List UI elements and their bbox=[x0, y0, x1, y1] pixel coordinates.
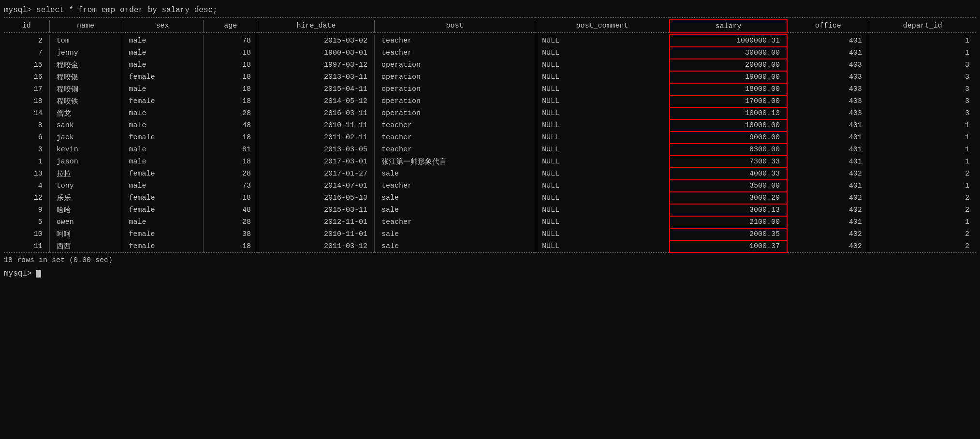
cell-id: 3 bbox=[4, 144, 49, 156]
table-row: 2tommale782015-03-02teacherNULL1000000.3… bbox=[4, 35, 976, 47]
cell-depart_id: 3 bbox=[869, 59, 976, 71]
cell-sex: male bbox=[122, 144, 203, 156]
cell-age: 28 bbox=[203, 107, 258, 119]
table-row: 17程咬铜male182015-04-11operationNULL18000.… bbox=[4, 83, 976, 95]
cell-sex: female bbox=[122, 132, 203, 144]
cell-post: teacher bbox=[375, 119, 535, 132]
cell-hire_date: 1900-03-01 bbox=[258, 47, 375, 59]
cell-sex: male bbox=[122, 180, 203, 192]
cell-post_comment: NULL bbox=[535, 59, 670, 71]
cell-name: 哈哈 bbox=[49, 204, 122, 216]
cell-name: 程咬铜 bbox=[49, 83, 122, 95]
cell-depart_id: 3 bbox=[869, 83, 976, 95]
cell-sex: female bbox=[122, 168, 203, 180]
cell-salary: 10000.13 bbox=[670, 107, 787, 119]
cell-hire_date: 2016-05-13 bbox=[258, 192, 375, 204]
cell-salary: 8300.00 bbox=[670, 144, 787, 156]
cell-sex: female bbox=[122, 228, 203, 240]
cell-hire_date: 2014-07-01 bbox=[258, 180, 375, 192]
cell-age: 28 bbox=[203, 216, 258, 228]
cell-salary: 3000.29 bbox=[670, 192, 787, 204]
table-row: 1jasonmale182017-03-01张江第一帅形象代言NULL7300.… bbox=[4, 156, 976, 168]
results-table-wrapper: idnamesexagehire_datepostpost_commentsal… bbox=[4, 17, 976, 254]
cell-depart_id: 2 bbox=[869, 228, 976, 240]
cell-salary: 18000.00 bbox=[670, 83, 787, 95]
cell-name: tony bbox=[49, 180, 122, 192]
cell-post: operation bbox=[375, 107, 535, 119]
cell-depart_id: 3 bbox=[869, 95, 976, 107]
cell-sex: male bbox=[122, 107, 203, 119]
cell-name: jenny bbox=[49, 47, 122, 59]
table-row: 18程咬铁female182014-05-12operationNULL1700… bbox=[4, 95, 976, 107]
cell-office: 401 bbox=[787, 119, 869, 132]
cell-post_comment: NULL bbox=[535, 192, 670, 204]
cell-office: 401 bbox=[787, 180, 869, 192]
cell-id: 16 bbox=[4, 71, 49, 83]
cell-sex: female bbox=[122, 192, 203, 204]
col-header-age: age bbox=[203, 20, 258, 33]
table-row: 14僧龙male282016-03-11operationNULL10000.1… bbox=[4, 107, 976, 119]
cell-depart_id: 1 bbox=[869, 132, 976, 144]
cell-hire_date: 2011-02-11 bbox=[258, 132, 375, 144]
cursor bbox=[36, 270, 41, 278]
cell-post: operation bbox=[375, 95, 535, 107]
table-row: 13拉拉female282017-01-27saleNULL4000.33402… bbox=[4, 168, 976, 180]
cell-post_comment: NULL bbox=[535, 228, 670, 240]
cell-sex: female bbox=[122, 71, 203, 83]
cell-post: teacher bbox=[375, 144, 535, 156]
cell-post: sale bbox=[375, 204, 535, 216]
cell-name: 僧龙 bbox=[49, 107, 122, 119]
bot-divider-cell bbox=[375, 252, 535, 254]
cell-salary: 30000.00 bbox=[670, 47, 787, 59]
cell-post: sale bbox=[375, 240, 535, 253]
table-row: 7jennymale181900-03-01teacherNULL30000.0… bbox=[4, 47, 976, 59]
cell-name: jack bbox=[49, 132, 122, 144]
col-header-post_comment: post_comment bbox=[535, 20, 670, 33]
cell-name: 西西 bbox=[49, 240, 122, 253]
cell-name: 拉拉 bbox=[49, 168, 122, 180]
cell-post: sale bbox=[375, 192, 535, 204]
cell-salary: 1000.37 bbox=[670, 240, 787, 253]
col-header-salary: salary bbox=[670, 20, 787, 33]
cell-age: 18 bbox=[203, 192, 258, 204]
cell-post: operation bbox=[375, 83, 535, 95]
cell-post: teacher bbox=[375, 132, 535, 144]
cell-post: teacher bbox=[375, 180, 535, 192]
cell-name: kevin bbox=[49, 144, 122, 156]
cell-depart_id: 1 bbox=[869, 156, 976, 168]
cell-hire_date: 2016-03-11 bbox=[258, 107, 375, 119]
cell-post: teacher bbox=[375, 35, 535, 47]
cell-sex: male bbox=[122, 35, 203, 47]
cell-depart_id: 2 bbox=[869, 168, 976, 180]
cell-name: 乐乐 bbox=[49, 192, 122, 204]
cell-name: sank bbox=[49, 119, 122, 132]
bot-divider-cell bbox=[535, 252, 670, 254]
cell-post_comment: NULL bbox=[535, 216, 670, 228]
cell-sex: male bbox=[122, 119, 203, 132]
cell-salary: 7300.33 bbox=[670, 156, 787, 168]
cell-post: teacher bbox=[375, 47, 535, 59]
cell-name: 程咬金 bbox=[49, 59, 122, 71]
table-row: 11西西female182011-03-12saleNULL1000.37402… bbox=[4, 240, 976, 253]
cell-salary: 2000.35 bbox=[670, 228, 787, 240]
cell-salary: 10000.00 bbox=[670, 119, 787, 132]
cell-sex: male bbox=[122, 83, 203, 95]
cell-salary: 9000.00 bbox=[670, 132, 787, 144]
cell-depart_id: 3 bbox=[869, 107, 976, 119]
cell-depart_id: 1 bbox=[869, 216, 976, 228]
cell-sex: male bbox=[122, 216, 203, 228]
cell-depart_id: 1 bbox=[869, 47, 976, 59]
cell-post: operation bbox=[375, 59, 535, 71]
cell-id: 17 bbox=[4, 83, 49, 95]
cell-office: 401 bbox=[787, 156, 869, 168]
cell-age: 18 bbox=[203, 47, 258, 59]
cell-sex: male bbox=[122, 156, 203, 168]
cell-office: 402 bbox=[787, 168, 869, 180]
cell-office: 401 bbox=[787, 132, 869, 144]
cell-salary: 4000.33 bbox=[670, 168, 787, 180]
cell-age: 78 bbox=[203, 35, 258, 47]
col-header-office: office bbox=[787, 20, 869, 33]
cell-office: 402 bbox=[787, 228, 869, 240]
cell-age: 18 bbox=[203, 59, 258, 71]
col-header-depart_id: depart_id bbox=[869, 20, 976, 33]
